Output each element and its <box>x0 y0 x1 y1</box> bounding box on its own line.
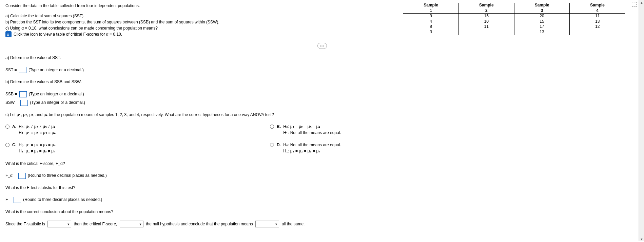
document-icon <box>5 31 12 37</box>
ssb-label: SSB = <box>5 92 17 96</box>
th-sample1b: 1 <box>403 8 458 14</box>
option-c-line1: H₀: μ₁ = μ₂ = μ₃ = μ₄ <box>19 143 56 147</box>
conclusion-text-1: Since the F-statistic is <box>5 222 45 226</box>
qa-b-title: b) Determine the values of SSB and SSW. <box>5 78 639 86</box>
sst-input[interactable] <box>19 67 26 73</box>
conclusion-text-4: all the same. <box>281 222 305 226</box>
part-b: b) Partition the SST into its two compon… <box>5 19 311 25</box>
fstat-input[interactable] <box>14 197 21 203</box>
option-d-line1: H₀: Not all the means are equal. <box>283 143 341 147</box>
th-sample1a: Sample <box>403 3 458 8</box>
falpha-hint: (Round to three decimal places as needed… <box>28 173 107 178</box>
th-sample3a: Sample <box>514 3 570 8</box>
prompt-intro: Consider the data in the table collected… <box>5 3 311 9</box>
option-letter: D. <box>277 143 281 147</box>
th-sample4a: Sample <box>570 3 625 8</box>
falpha-label: F_α = <box>5 173 16 178</box>
conclusion-select-3[interactable] <box>255 221 279 227</box>
cell: 3 <box>403 30 458 35</box>
option-c[interactable]: C. H₀: μ₁ = μ₂ = μ₃ = μ₄ C. H₁: μ₁ ≠ μ₂ … <box>5 142 256 154</box>
ssw-input[interactable] <box>20 100 28 106</box>
part-c: c) Using α = 0.10, what conclusions can … <box>5 25 311 31</box>
th-sample4b: 4 <box>570 8 625 14</box>
scroll-up-icon[interactable]: ▲ <box>639 0 644 5</box>
f-table-link-text: Click the icon to view a table of critic… <box>14 31 122 37</box>
q-conclusion: What is the correct conclusion about the… <box>5 208 639 216</box>
option-d-line2: H₁: μ₁ = μ₂ = μ₃ = μ₄ <box>283 149 320 153</box>
sst-label: SST = <box>5 68 17 72</box>
conclusion-text-2: than the critical F-score, <box>74 222 117 226</box>
th-sample3b: 3 <box>514 8 570 14</box>
option-letter: B. <box>277 124 281 129</box>
cell: 9 <box>403 14 458 19</box>
conclusion-select-1[interactable] <box>47 221 71 227</box>
cell: 11 <box>458 24 514 30</box>
option-b-line2: H₁: Not all the means are equal. <box>283 130 341 135</box>
q-falpha: What is the critical F-score, F_α? <box>5 160 639 168</box>
cell: 13 <box>514 30 570 35</box>
cell: 12 <box>570 24 625 30</box>
conclusion-text-3: the null hypothesis and conclude that th… <box>146 222 253 226</box>
scroll-down-icon[interactable]: ▼ <box>639 237 644 241</box>
qa-a-title: a) Determine the value of SST. <box>5 54 639 62</box>
option-c-line2: H₁: μ₁ ≠ μ₂ ≠ μ₃ ≠ μ₄ <box>19 149 55 153</box>
cell: 13 <box>570 19 625 24</box>
vertical-scrollbar[interactable]: ▲ ▼ <box>639 0 644 241</box>
ssb-input[interactable] <box>19 91 27 97</box>
option-b-line1: H₀: μ₁ = μ₂ = μ₃ = μ₄ <box>283 124 320 129</box>
cell: 17 <box>514 24 570 30</box>
f-table-link[interactable]: Click the icon to view a table of critic… <box>5 31 122 37</box>
option-letter: C. <box>12 143 16 147</box>
cell: 8 <box>403 24 458 30</box>
ssw-hint: (Type an integer or a decimal.) <box>30 100 85 105</box>
cell: 10 <box>458 19 514 24</box>
option-letter: A. <box>12 124 16 129</box>
expand-handle[interactable] <box>317 43 327 49</box>
cell: 4 <box>403 19 458 24</box>
popout-icon[interactable] <box>632 2 637 7</box>
radio-icon <box>270 143 274 147</box>
option-b[interactable]: B. H₀: μ₁ = μ₂ = μ₃ = μ₄ B. H₁: Not all … <box>270 124 521 136</box>
radio-icon <box>5 143 9 147</box>
cell: 15 <box>514 19 570 24</box>
radio-icon <box>270 125 274 129</box>
cell: 11 <box>570 14 625 19</box>
th-sample2b: 2 <box>458 8 514 14</box>
q-fstat: What is the F-test statistic for this te… <box>5 184 639 192</box>
option-d[interactable]: D. H₀: Not all the means are equal. D. H… <box>270 142 521 154</box>
option-a-line2: H₁: μ₁ = μ₂ = μ₃ = μ₄ <box>19 130 56 135</box>
cell: 15 <box>458 14 514 19</box>
fstat-hint: (Round to three decimal places as needed… <box>23 197 102 202</box>
cell <box>570 30 625 35</box>
part-a: a) Calculate the total sum of squares (S… <box>5 13 311 19</box>
cell: 20 <box>514 14 570 19</box>
ssw-label: SSW = <box>5 100 18 105</box>
falpha-input[interactable] <box>18 173 26 179</box>
option-a[interactable]: A. H₀: μ₁ ≠ μ₂ ≠ μ₃ ≠ μ₄ A. H₁: μ₁ = μ₂ … <box>5 124 256 136</box>
qa-c-title: c) Let μ₁, μ₂, μ₃, and μ₄ be the populat… <box>5 111 639 119</box>
option-a-line1: H₀: μ₁ ≠ μ₂ ≠ μ₃ ≠ μ₄ <box>19 124 55 129</box>
radio-icon <box>5 125 9 129</box>
sst-hint: (Type an integer or a decimal.) <box>28 68 84 72</box>
th-sample2a: Sample <box>458 3 514 8</box>
sample-data-table: Sample Sample Sample Sample 1 2 3 4 9 <box>403 3 625 35</box>
cell <box>458 30 514 35</box>
conclusion-select-2[interactable] <box>120 221 143 227</box>
f-label: F = <box>5 197 12 202</box>
ssb-hint: (Type an integer or a decimal.) <box>29 92 84 96</box>
section-divider <box>5 46 639 46</box>
